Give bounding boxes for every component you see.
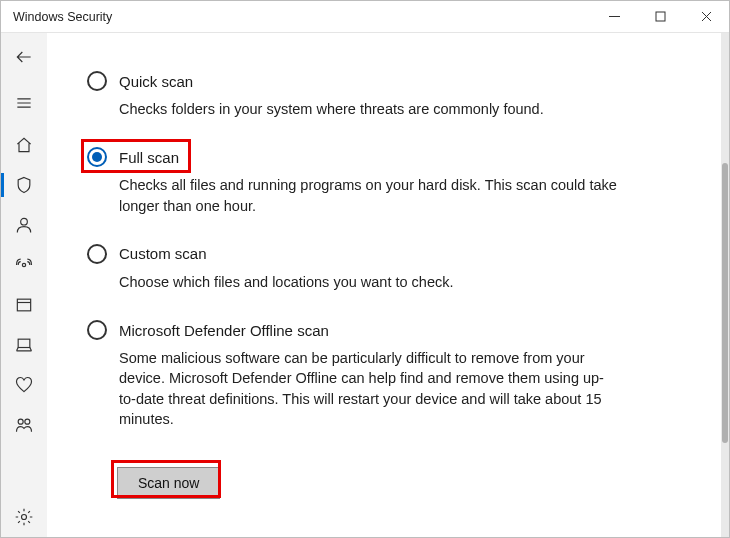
family-icon bbox=[14, 415, 34, 435]
sidebar bbox=[1, 33, 47, 537]
option-custom-scan: Custom scan Choose which files and locat… bbox=[87, 244, 675, 292]
radio-quick-scan[interactable]: Quick scan bbox=[87, 71, 675, 91]
nav-device-security[interactable] bbox=[1, 325, 47, 365]
close-button[interactable] bbox=[683, 1, 729, 33]
option-desc: Choose which files and locations you wan… bbox=[119, 272, 619, 292]
radio-icon bbox=[87, 320, 107, 340]
nav-device-performance[interactable] bbox=[1, 365, 47, 405]
nav-virus-protection[interactable] bbox=[1, 165, 47, 205]
menu-button[interactable] bbox=[1, 81, 47, 125]
option-full-scan: Full scan Checks all files and running p… bbox=[87, 147, 675, 216]
minimize-icon bbox=[609, 11, 620, 22]
svg-rect-4 bbox=[18, 339, 30, 347]
radio-custom-scan[interactable]: Custom scan bbox=[87, 244, 675, 264]
option-label: Microsoft Defender Offline scan bbox=[119, 322, 329, 339]
nav-family-options[interactable] bbox=[1, 405, 47, 445]
minimize-button[interactable] bbox=[591, 1, 637, 33]
back-button[interactable] bbox=[1, 33, 47, 81]
nav-app-browser[interactable] bbox=[1, 285, 47, 325]
svg-rect-0 bbox=[656, 12, 665, 21]
nav-firewall[interactable] bbox=[1, 245, 47, 285]
option-label: Quick scan bbox=[119, 73, 193, 90]
scrollbar-thumb[interactable] bbox=[722, 163, 728, 443]
svg-point-6 bbox=[25, 419, 30, 424]
svg-rect-3 bbox=[17, 299, 30, 311]
hamburger-icon bbox=[14, 93, 34, 113]
gear-icon bbox=[14, 507, 34, 527]
close-icon bbox=[701, 11, 712, 22]
option-offline-scan: Microsoft Defender Offline scan Some mal… bbox=[87, 320, 675, 429]
option-quick-scan: Quick scan Checks folders in your system… bbox=[87, 71, 675, 119]
option-desc: Checks all files and running programs on… bbox=[119, 175, 619, 216]
nav-settings[interactable] bbox=[1, 497, 47, 537]
nav-account-protection[interactable] bbox=[1, 205, 47, 245]
titlebar: Windows Security bbox=[1, 1, 729, 33]
option-desc: Some malicious software can be particula… bbox=[119, 348, 619, 429]
body: Quick scan Checks folders in your system… bbox=[1, 33, 729, 537]
window-title: Windows Security bbox=[13, 10, 112, 24]
network-icon bbox=[14, 255, 34, 275]
svg-point-5 bbox=[18, 419, 23, 424]
back-arrow-icon bbox=[14, 47, 34, 67]
person-icon bbox=[14, 215, 34, 235]
radio-icon bbox=[87, 244, 107, 264]
maximize-button[interactable] bbox=[637, 1, 683, 33]
option-label: Custom scan bbox=[119, 245, 207, 262]
laptop-icon bbox=[14, 335, 34, 355]
svg-point-7 bbox=[22, 515, 27, 520]
heart-icon bbox=[14, 375, 34, 395]
radio-icon bbox=[87, 71, 107, 91]
maximize-icon bbox=[655, 11, 666, 22]
scan-now-button[interactable]: Scan now bbox=[117, 467, 220, 499]
window-icon bbox=[14, 295, 34, 315]
scrollbar[interactable] bbox=[721, 33, 729, 537]
home-icon bbox=[14, 135, 34, 155]
nav-home[interactable] bbox=[1, 125, 47, 165]
svg-point-2 bbox=[22, 263, 25, 266]
option-label: Full scan bbox=[119, 149, 179, 166]
radio-full-scan[interactable]: Full scan bbox=[87, 147, 675, 167]
option-desc: Checks folders in your system where thre… bbox=[119, 99, 619, 119]
content: Quick scan Checks folders in your system… bbox=[47, 33, 729, 537]
shield-icon bbox=[14, 175, 34, 195]
radio-icon bbox=[87, 147, 107, 167]
radio-offline-scan[interactable]: Microsoft Defender Offline scan bbox=[87, 320, 675, 340]
svg-point-1 bbox=[21, 218, 28, 225]
